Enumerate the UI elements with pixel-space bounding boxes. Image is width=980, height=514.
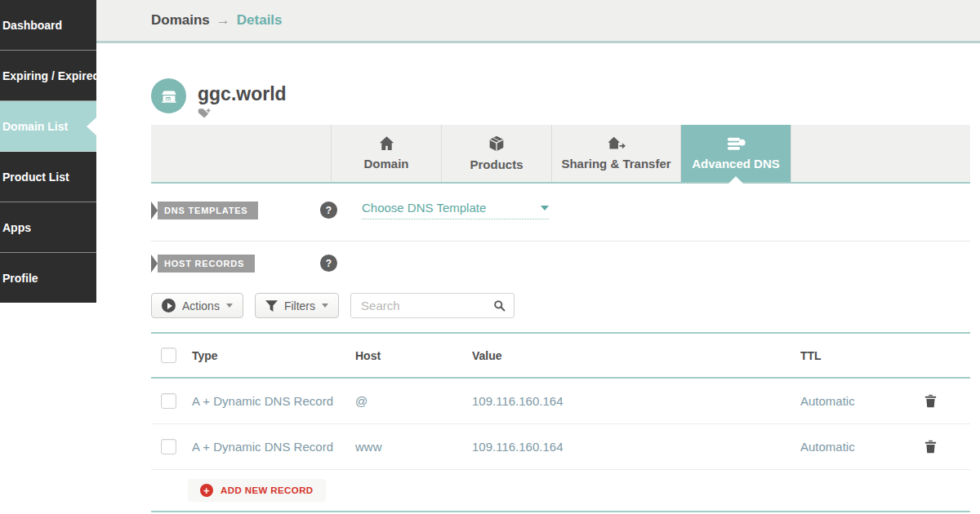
tab-label: Sharing & Transfer (561, 157, 670, 171)
sidebar: Dashboard Expiring / Expired Domain List… (0, 0, 96, 303)
dns-template-selected-value: Choose DNS Template (362, 201, 486, 215)
records-toolbar: Actions Filters (151, 293, 514, 318)
filters-button-label: Filters (284, 299, 315, 312)
delete-record-trash-icon[interactable] (924, 394, 937, 408)
sidebar-item-domain-list[interactable]: Domain List (0, 101, 96, 152)
breadcrumb-bar: Domains → Details (96, 0, 980, 43)
plus-circle-icon: + (200, 484, 213, 497)
table-header-row: Type Host Value TTL (151, 332, 970, 379)
tab-domain[interactable]: Domain (331, 125, 441, 182)
host-records-table: Type Host Value TTL A + Dynamic DNS Reco… (151, 332, 970, 512)
sidebar-item-label: Expiring / Expired (2, 69, 96, 82)
ribbon-notch (151, 255, 158, 273)
record-value-cell: 109.116.160.164 (472, 440, 800, 454)
column-header-type: Type (192, 349, 355, 362)
tabbar-fill (791, 125, 970, 182)
table-row: A + Dynamic DNS Record www 109.116.160.1… (151, 424, 970, 470)
chevron-down-icon (322, 304, 328, 308)
select-all-checkbox[interactable] (161, 348, 176, 363)
sidebar-item-dashboard[interactable]: Dashboard (0, 0, 96, 51)
select-all-cell (151, 348, 192, 363)
domain-tabs: Domain Products Sharing & Transfer (151, 125, 970, 184)
column-header-ttl: TTL (800, 349, 924, 362)
breadcrumb-domains-link[interactable]: Domains (151, 12, 210, 29)
record-ttl-cell: Automatic (800, 394, 924, 408)
sidebar-item-product-list[interactable]: Product List (0, 152, 96, 202)
tabbar-spacer (151, 125, 331, 182)
add-new-record-button[interactable]: + ADD NEW RECORD (188, 479, 326, 502)
column-header-value: Value (472, 349, 800, 362)
delete-record-trash-icon[interactable] (924, 440, 937, 454)
sidebar-item-apps[interactable]: Apps (0, 202, 96, 253)
house-icon (379, 136, 394, 151)
sidebar-item-expiring-expired[interactable]: Expiring / Expired (0, 51, 96, 101)
record-value-cell: 109.116.160.164 (472, 394, 800, 408)
tab-products[interactable]: Products (441, 125, 551, 182)
actions-button[interactable]: Actions (151, 293, 243, 318)
sidebar-item-label: Dashboard (2, 19, 62, 32)
tab-label: Products (470, 157, 523, 171)
storefront-icon (159, 86, 179, 106)
dns-server-stack-icon (727, 137, 746, 151)
sidebar-item-label: Product List (2, 171, 69, 184)
tab-advanced-dns[interactable]: Advanced DNS (680, 125, 791, 182)
play-circle-icon (162, 299, 176, 312)
record-type-cell: A + Dynamic DNS Record (192, 394, 355, 408)
actions-button-label: Actions (182, 299, 220, 312)
domain-avatar (151, 78, 186, 113)
record-host-cell: @ (355, 394, 472, 408)
row-check-cell (151, 393, 192, 409)
ribbon-label: DNS TEMPLATES (158, 202, 258, 219)
tab-sharing-transfer[interactable]: Sharing & Transfer (551, 125, 680, 182)
record-type-cell: A + Dynamic DNS Record (192, 440, 355, 454)
host-records-help-icon[interactable]: ? (320, 255, 337, 272)
row-checkbox[interactable] (161, 439, 176, 454)
search-box (350, 293, 514, 318)
record-actions-cell (924, 440, 970, 454)
host-records-ribbon: HOST RECORDS (151, 255, 255, 273)
chevron-down-icon (541, 206, 549, 210)
filters-button[interactable]: Filters (255, 293, 339, 318)
section-divider (151, 241, 970, 241)
chevron-down-icon (226, 304, 233, 308)
house-transfer-icon (607, 136, 626, 151)
domain-details-page: Dashboard Expiring / Expired Domain List… (0, 0, 980, 514)
row-check-cell (151, 439, 192, 454)
search-icon[interactable] (493, 299, 506, 315)
column-header-host: Host (355, 349, 472, 362)
package-box-icon (488, 135, 505, 152)
breadcrumb-arrow: → (216, 12, 230, 29)
add-tag-icon[interactable] (198, 108, 212, 119)
dns-template-select[interactable]: Choose DNS Template (362, 201, 549, 219)
record-host-cell: www (355, 440, 472, 454)
ribbon-label: HOST RECORDS (158, 255, 255, 273)
sidebar-item-label: Domain List (2, 120, 68, 133)
sidebar-item-label: Apps (2, 221, 31, 234)
record-actions-cell (924, 394, 970, 408)
ribbon-notch (151, 202, 158, 219)
dns-templates-ribbon: DNS TEMPLATES (151, 202, 258, 219)
table-footer: + ADD NEW RECORD (151, 470, 970, 512)
sidebar-item-label: Profile (2, 272, 38, 285)
search-input[interactable] (350, 293, 514, 318)
breadcrumb-current: Details (237, 12, 283, 29)
add-new-record-label: ADD NEW RECORD (220, 485, 314, 495)
row-checkbox[interactable] (161, 393, 176, 409)
filter-funnel-icon (265, 300, 278, 312)
tab-label: Advanced DNS (692, 157, 780, 171)
dns-templates-help-icon[interactable]: ? (320, 202, 337, 219)
table-row: A + Dynamic DNS Record @ 109.116.160.164… (151, 379, 970, 424)
domain-name-title: ggc.world (198, 83, 287, 105)
record-ttl-cell: Automatic (800, 440, 924, 454)
sidebar-item-profile[interactable]: Profile (0, 253, 96, 303)
tab-label: Domain (363, 157, 408, 171)
